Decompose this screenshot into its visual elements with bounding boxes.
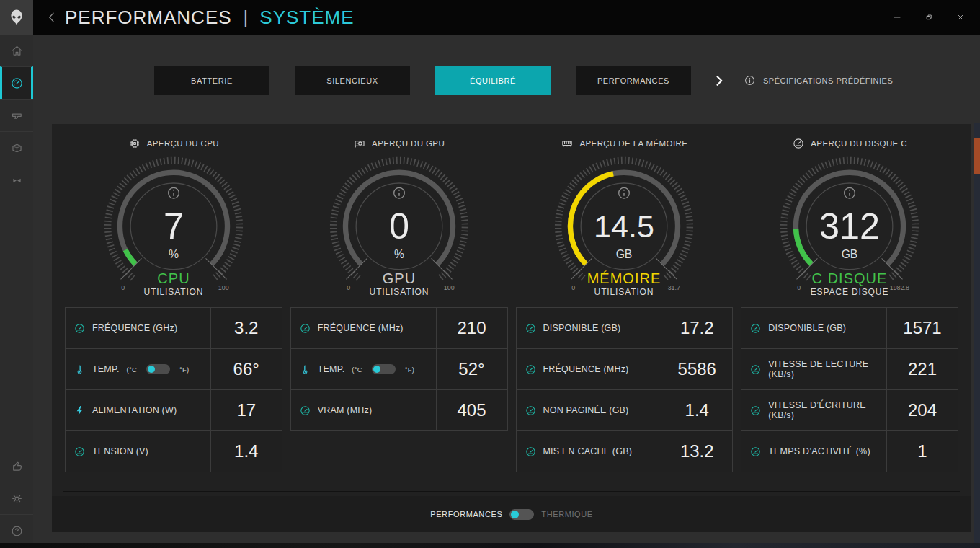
- media-icon: [10, 174, 24, 187]
- presets-specs[interactable]: SPÉCIFICATIONS PRÉDÉFINIES: [744, 74, 893, 87]
- stat-label-cell: DISPONIBLE (GB): [741, 308, 887, 348]
- stat-value: 210: [437, 308, 507, 348]
- performances-view-label[interactable]: PERFORMANCES: [430, 510, 502, 518]
- stat-label: FRÉQUENCE (GHz): [92, 323, 177, 333]
- sidebar-item-library[interactable]: [0, 131, 33, 164]
- stat-value: 1.4: [211, 431, 282, 472]
- gauge-min: 0: [121, 284, 125, 291]
- gpu-gauge: 0%GPUUTILISATION0100: [290, 153, 508, 304]
- memory-column: APERÇU DE LA MÉMOIRE14.5GBMÉMOIREUTILISA…: [516, 133, 734, 472]
- stat-value: 17.2: [662, 308, 732, 348]
- tab-batterie[interactable]: BATTERIE: [154, 66, 270, 95]
- gauge-unit: %: [394, 248, 404, 260]
- gauge-icon: [749, 405, 762, 417]
- system-overview-panel: APERÇU DU CPU7%CPUUTILISATION0100FRÉQUEN…: [52, 124, 971, 532]
- performances-thermique-toggle[interactable]: [509, 509, 534, 520]
- help-icon: [10, 524, 24, 538]
- stat-label-cell: TEMP.(°C°F): [66, 349, 211, 389]
- temp-unit-toggle[interactable]: [372, 364, 396, 374]
- tab--quilibr-[interactable]: ÉQUILIBRÉ: [435, 66, 551, 95]
- stat-value: 1.4: [662, 390, 732, 430]
- gauge-icon: [749, 446, 762, 458]
- disk-icon: [792, 137, 805, 150]
- gpu-icon: [353, 137, 366, 150]
- sidebar-item-home[interactable]: [0, 35, 33, 66]
- table-row: NON PAGINÉE (GB)1.4: [517, 390, 733, 431]
- tab-performances[interactable]: PERFORMANCES: [576, 66, 691, 95]
- stat-label-cell: FRÉQUENCE (MHz): [291, 308, 437, 348]
- maximize-button[interactable]: [918, 6, 940, 28]
- tabs-buttons: BATTERIESILENCIEUXÉQUILIBRÉPERFORMANCES: [154, 66, 716, 95]
- sidebar-bottom: [0, 450, 33, 547]
- minimize-button[interactable]: [886, 6, 908, 28]
- thermique-view-label[interactable]: THERMIQUE: [541, 510, 592, 518]
- table-row: ALIMENTATION (W)17: [66, 390, 282, 431]
- right-scrollbar[interactable]: [974, 123, 980, 548]
- cpu-icon: [128, 137, 141, 150]
- stat-label: TENSION (V): [92, 446, 148, 456]
- toggle-knob: [373, 366, 380, 373]
- gauge-max: 1982.8: [890, 284, 909, 291]
- tab-silencieux[interactable]: SILENCIEUX: [295, 66, 410, 95]
- library-icon: [10, 141, 24, 155]
- sidebar-item-feedback[interactable]: [0, 450, 33, 482]
- panel-grid: APERÇU DU CPU7%CPUUTILISATION0100FRÉQUEN…: [52, 124, 971, 472]
- disk-stats-table: DISPONIBLE (GB)1571VITESSE DE LECTURE (K…: [741, 307, 958, 472]
- sidebar-item-settings[interactable]: [0, 482, 33, 514]
- sidebar-top: [0, 35, 33, 196]
- sidebar: [0, 35, 33, 548]
- temp-unit-toggle[interactable]: [146, 364, 170, 374]
- settings-icon: [10, 492, 24, 505]
- stat-label: VRAM (MHz): [318, 405, 373, 415]
- presets-label: SPÉCIFICATIONS PRÉDÉFINIES: [763, 76, 893, 85]
- stat-label-cell: NON PAGINÉE (GB): [517, 390, 662, 430]
- stat-label-cell: VRAM (MHz): [291, 390, 437, 430]
- toggle-knob: [148, 366, 155, 373]
- overview-title: APERÇU DE LA MÉMOIRE: [579, 139, 687, 148]
- stat-label-cell: FRÉQUENCE (MHz): [517, 349, 662, 389]
- gauge-info-icon[interactable]: [619, 187, 630, 198]
- table-row: FRÉQUENCE (GHz)3.2: [66, 308, 282, 349]
- gauge-sublabel: UTILISATION: [143, 287, 203, 297]
- gauge-icon: [74, 446, 86, 458]
- sidebar-item-media[interactable]: [0, 164, 33, 196]
- gauge-icon: [525, 322, 537, 335]
- sidebar-item-help[interactable]: [0, 514, 33, 547]
- alienware-logo[interactable]: [0, 0, 33, 35]
- fahrenheit-label: °F): [179, 366, 189, 374]
- stat-label-cell: MIS EN CACHE (GB): [517, 431, 662, 472]
- celsius-label: (°C: [127, 366, 137, 374]
- back-icon[interactable]: [45, 9, 59, 25]
- games-icon: [10, 109, 24, 123]
- celsius-label: (°C: [352, 366, 362, 374]
- scrollbar-thumb[interactable]: [974, 138, 980, 174]
- table-row: TEMPS D’ACTIVITÉ (%)1: [741, 431, 958, 472]
- table-row: DISPONIBLE (GB)17.2: [517, 308, 733, 349]
- stat-value: 17: [211, 390, 282, 430]
- stat-value: 66°: [211, 349, 282, 389]
- stat-value: 1571: [887, 308, 958, 348]
- gauge-info-icon[interactable]: [845, 187, 855, 198]
- gauge-icon: [299, 405, 311, 417]
- sidebar-item-games[interactable]: [0, 99, 33, 131]
- mode-tabs: BATTERIESILENCIEUXÉQUILIBRÉPERFORMANCES …: [154, 66, 893, 95]
- gauge-icon: [525, 446, 537, 458]
- more-presets-chevron-icon[interactable]: [712, 71, 726, 91]
- gauge-info-icon[interactable]: [393, 187, 404, 198]
- title-separator: |: [244, 6, 249, 29]
- page-subtitle: SYSTÈME: [259, 6, 354, 29]
- cpu-column: APERÇU DU CPU7%CPUUTILISATION0100FRÉQUEN…: [65, 133, 282, 472]
- stat-value: 5586: [662, 349, 732, 389]
- sidebar-item-performance[interactable]: [0, 66, 33, 99]
- toggle-knob: [511, 511, 519, 518]
- stat-label: DISPONIBLE (GB): [768, 323, 846, 333]
- memory-icon: [561, 137, 574, 150]
- gauge-unit: GB: [616, 248, 633, 260]
- feedback-icon: [10, 459, 24, 473]
- gauge-info-icon[interactable]: [169, 187, 179, 198]
- gauge-label: C DISQUE: [812, 270, 888, 286]
- home-icon: [10, 44, 24, 58]
- table-row: VRAM (MHz)405: [291, 390, 507, 430]
- gauge-unit: GB: [842, 248, 858, 260]
- close-button[interactable]: [950, 6, 971, 28]
